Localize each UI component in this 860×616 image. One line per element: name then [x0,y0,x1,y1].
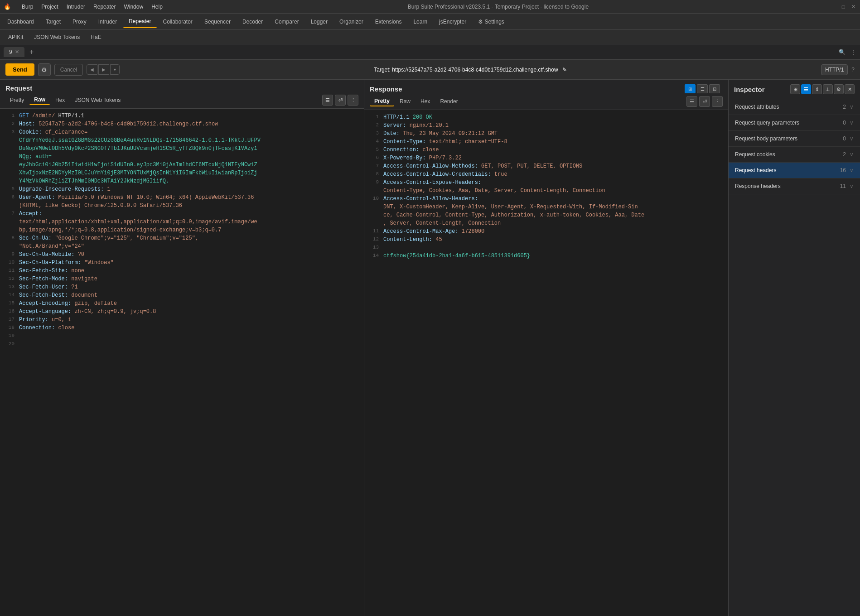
tab-raw[interactable]: Raw [29,95,50,105]
nav-dashboard[interactable]: Dashboard [2,16,39,28]
inspector-item-body-params[interactable]: Request body parameters 0 ∨ [729,131,860,147]
request-line-14: text/html,application/xhtml+xml,applicat… [0,218,364,226]
tab-close-icon[interactable]: ✕ [15,49,19,55]
nav-logger[interactable]: Logger [305,16,333,28]
edit-target-icon[interactable]: ✎ [562,67,567,73]
app-logo: 🔥 [4,3,11,10]
inspector-item-query-params[interactable]: Request query parameters 0 ∨ [729,115,860,131]
request-line-11: 6 User-Agent: Mozilla/5.0 (Windows NT 10… [0,194,364,202]
nav-jsencrypter[interactable]: jsEncrypter [434,16,472,28]
inspector-item-request-cookies[interactable]: Request cookies 2 ∨ [729,147,860,163]
response-line-2: 2 Server: nginx/1.20.1 [364,122,728,130]
request-line-26: 17 Priority: u=0, i [0,316,364,324]
help-icon[interactable]: ? [851,67,855,73]
tab-response-raw[interactable]: Raw [395,97,415,106]
tab-add-button[interactable]: + [26,47,37,58]
http-version-badge[interactable]: HTTP/1 [821,64,848,75]
inspector-item-request-headers[interactable]: Request headers 16 ∨ [729,163,860,178]
nav-collaborator[interactable]: Collaborator [158,16,198,28]
response-view-grid[interactable]: ⊡ [709,84,720,93]
cancel-button[interactable]: Cancel [54,64,83,76]
chevron-down-icon: ∨ [850,167,854,173]
response-action-list[interactable]: ☰ [686,96,697,107]
request-action-list[interactable]: ☰ [322,95,333,106]
tab-hex[interactable]: Hex [51,96,69,105]
nav-hae[interactable]: HaE [86,32,106,42]
tab-jwt[interactable]: JSON Web Tokens [70,96,125,105]
request-code-area[interactable]: 1 GET /admin/ HTTP/1.1 2 Host: 52547a75-… [0,109,364,616]
menu-repeater[interactable]: Repeater [90,2,119,11]
close-button[interactable]: ✕ [850,4,856,10]
response-action-wrap[interactable]: ⏎ [699,96,710,107]
inspector-item-request-attributes[interactable]: Request attributes 2 ∨ [729,99,860,115]
next-arrow-button[interactable]: ▶ [98,64,109,75]
inspector-panel: Inspector ⊞ ☰ ⇕ ⊥ ⚙ ✕ Request attributes… [729,80,860,616]
tab-9[interactable]: 9 ✕ [4,47,24,57]
inspector-close-icon[interactable]: ✕ [845,84,855,94]
menu-intruder[interactable]: Intruder [63,2,89,11]
inspector-settings-icon[interactable]: ⚙ [834,84,844,94]
response-view-split[interactable]: ⊞ [685,84,696,93]
request-line-6: NQg; auth= [0,153,364,161]
nav-decoder[interactable]: Decoder [237,16,268,28]
nav-settings[interactable]: ⚙ Settings [473,16,510,28]
nav-target[interactable]: Target [40,16,66,28]
secondary-navigation: APIKit JSON Web Tokens HaE [0,30,860,44]
menu-burp[interactable]: Burp [18,2,37,11]
window-controls: ─ □ ✕ [830,4,856,10]
chevron-down-icon: ∨ [850,120,854,126]
tab-response-pretty[interactable]: Pretty [370,96,394,106]
inspector-view-arrange[interactable]: ⊥ [823,84,833,94]
minimize-button[interactable]: ─ [830,4,836,10]
title-bar: 🔥 Burp Project Intruder Repeater Window … [0,0,860,14]
tab-search-icon[interactable]: 🔍 [839,49,846,55]
nav-sequencer[interactable]: Sequencer [199,16,236,28]
nav-proxy[interactable]: Proxy [67,16,92,28]
nav-organizer[interactable]: Organizer [334,16,369,28]
send-button[interactable]: Send [5,63,34,76]
response-code-area[interactable]: 1 HTTP/1.1 200 OK 2 Server: nginx/1.20.1… [364,110,728,616]
inspector-view-grid[interactable]: ⊞ [790,84,800,94]
request-action-more[interactable]: ⋮ [348,95,358,106]
request-action-wrap[interactable]: ⏎ [335,95,346,106]
nav-apikit[interactable]: APIKit [4,32,28,42]
dropdown-arrow-button[interactable]: ▾ [110,64,120,75]
request-line-21: 12 Sec-Fetch-Mode: navigate [0,275,364,284]
main-navigation: Dashboard Target Proxy Intruder Repeater… [0,14,860,30]
request-line-18: 9 Sec-Ch-Ua-Mobile: ?0 [0,251,364,259]
nav-learn[interactable]: Learn [408,16,433,28]
chevron-down-icon: ∨ [850,104,854,110]
request-actions: ☰ ⏎ ⋮ [322,95,358,106]
response-view-list[interactable]: ☰ [697,84,708,93]
settings-icon-button[interactable]: ⚙ [38,63,51,76]
request-line-22: 13 Sec-Fetch-User: ?1 [0,284,364,292]
request-line-4: CfdrYnYe6qJ.ssatGZGBMGs22CUzGGBeA4ukRv1N… [0,137,364,145]
inspector-item-response-headers[interactable]: Response headers 11 ∨ [729,178,860,194]
tab-pretty[interactable]: Pretty [5,96,29,105]
chevron-down-icon: ∨ [850,151,854,158]
nav-intruder[interactable]: Intruder [93,16,122,28]
menu-project[interactable]: Project [38,2,62,11]
nav-extensions[interactable]: Extensions [370,16,407,28]
response-line-1: 1 HTTP/1.1 200 OK [364,114,728,122]
inspector-view-list[interactable]: ☰ [801,84,811,94]
tab-more-icon[interactable]: ⋮ [851,49,856,55]
prev-arrow-button[interactable]: ◀ [87,64,97,75]
maximize-button[interactable]: □ [840,4,846,10]
chevron-down-icon: ∨ [850,183,854,189]
request-line-8: XhwIjoxNzE2NDYyMzI0LCJuYmYi0jE3MTYONTUxM… [0,169,364,178]
response-line-14: 14 ctfshow{254a41db-2ba1-4a6f-b615-48511… [364,252,728,260]
response-header-top: Response ⊞ ☰ ⊡ [370,84,723,93]
menu-help[interactable]: Help [148,2,166,11]
nav-comparer[interactable]: Comparer [269,16,304,28]
response-action-more[interactable]: ⋮ [712,96,723,107]
tab-response-hex[interactable]: Hex [416,97,435,106]
window-title: Burp Suite Professional v2023.5.1 - Temp… [166,4,830,10]
nav-repeater[interactable]: Repeater [123,15,156,28]
nav-jwt[interactable]: JSON Web Tokens [29,32,84,42]
response-actions: ☰ ⏎ ⋮ [686,96,723,107]
inspector-view-split[interactable]: ⇕ [812,84,822,94]
request-line-7: eyJhbGci0iJ0b251IiwidH1wIjoiS1dUIn0.eyJp… [0,161,364,169]
menu-window[interactable]: Window [120,2,147,11]
tab-response-render[interactable]: Render [435,97,462,106]
